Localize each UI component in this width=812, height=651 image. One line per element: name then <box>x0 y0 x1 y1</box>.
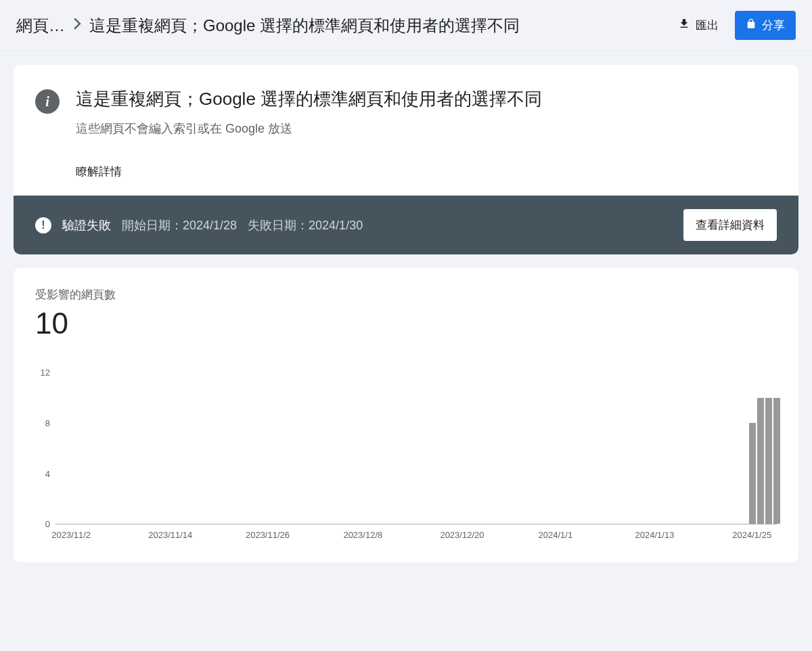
page-header: 網頁… 這是重複網頁；Google 選擇的標準網頁和使用者的選擇不同 匯出 分享 <box>0 0 812 51</box>
chart-plot-area: 04812 <box>55 373 777 524</box>
share-button[interactable]: 分享 <box>735 11 796 40</box>
chart-x-tick: 2023/12/8 <box>343 530 382 540</box>
share-label: 分享 <box>762 18 785 33</box>
chart-x-tick: 2023/11/2 <box>51 530 91 540</box>
validation-fail: 失敗日期：2024/1/30 <box>248 217 363 233</box>
stat-label: 受影響的網頁數 <box>35 287 777 302</box>
chart-bars <box>55 373 777 524</box>
issue-card-header: i 這是重複網頁；Google 選擇的標準網頁和使用者的選擇不同 這些網頁不會編… <box>14 65 798 196</box>
chart-card: 受影響的網頁數 10 04812 2023/11/22023/11/142023… <box>14 268 798 562</box>
info-icon: i <box>35 89 60 114</box>
chart-x-tick: 2023/11/14 <box>148 530 192 540</box>
chart-x-tick: 2023/11/26 <box>246 530 290 540</box>
chart-bar[interactable] <box>757 398 764 524</box>
view-details-button[interactable]: 查看詳細資料 <box>683 209 777 241</box>
chart: 04812 2023/11/22023/11/142023/11/262023/… <box>35 373 777 543</box>
download-icon <box>678 18 690 33</box>
chart-y-axis: 04812 <box>35 373 53 524</box>
validation-status: 驗證失敗 <box>62 217 111 233</box>
chart-y-tick: 12 <box>41 367 50 378</box>
issue-subtitle: 這些網頁不會編入索引或在 Google 放送 <box>76 120 577 137</box>
chart-x-tick: 2024/1/13 <box>635 530 675 540</box>
chart-bar[interactable] <box>749 423 756 524</box>
chart-x-tick: 2024/1/1 <box>539 530 573 540</box>
chart-x-tick: 2024/1/25 <box>732 530 771 540</box>
issue-title-block: 這是重複網頁；Google 選擇的標準網頁和使用者的選擇不同 這些網頁不會編入索… <box>76 87 577 179</box>
issue-card: i 這是重複網頁；Google 選擇的標準網頁和使用者的選擇不同 這些網頁不會編… <box>14 65 798 254</box>
chart-x-tick: 2023/12/20 <box>440 530 484 540</box>
validation-start: 開始日期：2024/1/28 <box>122 217 237 233</box>
chart-y-tick: 0 <box>45 519 50 529</box>
export-label: 匯出 <box>696 18 719 33</box>
learn-more-link[interactable]: 瞭解詳情 <box>76 164 122 179</box>
chart-y-tick: 4 <box>45 468 50 478</box>
chart-bar[interactable] <box>773 398 780 524</box>
chart-bar[interactable] <box>765 398 772 524</box>
chevron-right-icon <box>73 18 81 33</box>
breadcrumb-root[interactable]: 網頁… <box>16 15 65 37</box>
error-icon: ! <box>35 217 51 233</box>
stat-value: 10 <box>35 307 777 340</box>
breadcrumb: 網頁… 這是重複網頁；Google 選擇的標準網頁和使用者的選擇不同 <box>16 15 675 37</box>
chart-x-axis: 2023/11/22023/11/142023/11/262023/12/820… <box>55 530 777 543</box>
chart-y-tick: 8 <box>45 418 50 428</box>
export-button[interactable]: 匯出 <box>675 14 721 37</box>
issue-title: 這是重複網頁；Google 選擇的標準網頁和使用者的選擇不同 <box>76 87 577 111</box>
validation-bar: ! 驗證失敗 開始日期：2024/1/28 失敗日期：2024/1/30 查看詳… <box>14 196 798 254</box>
header-actions: 匯出 分享 <box>675 11 796 40</box>
breadcrumb-current: 這是重複網頁；Google 選擇的標準網頁和使用者的選擇不同 <box>89 15 520 37</box>
lock-icon <box>746 18 757 32</box>
validation-dates: 開始日期：2024/1/28 失敗日期：2024/1/30 <box>122 217 363 233</box>
